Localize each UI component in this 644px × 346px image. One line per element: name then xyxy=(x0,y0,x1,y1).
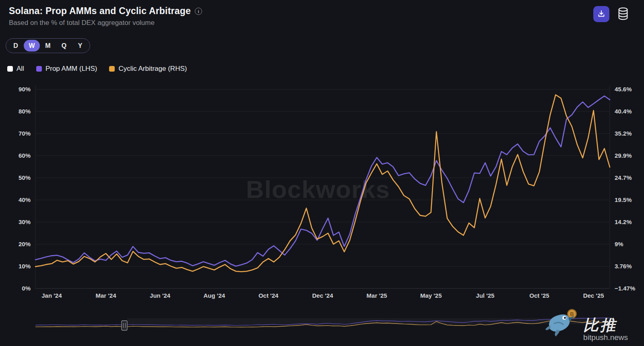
main-chart[interactable]: Blockworks90%80%70%60%50%40%30%20%10%0%4… xyxy=(0,0,644,346)
legend-item-prop-amm[interactable]: Prop AMM (LHS) xyxy=(36,65,97,73)
database-icon xyxy=(617,7,629,21)
svg-text:May '25: May '25 xyxy=(420,292,442,299)
data-source-button[interactable] xyxy=(615,6,631,22)
svg-text:Aug '24: Aug '24 xyxy=(204,292,225,299)
bitpush-name-cn: 比推 xyxy=(583,317,617,333)
svg-text:30%: 30% xyxy=(19,218,31,225)
range-option-m[interactable]: M xyxy=(40,40,56,51)
legend-item-cyclic-arb[interactable]: Cyclic Arbitrage (RHS) xyxy=(109,65,187,73)
download-icon xyxy=(597,9,606,19)
svg-text:20%: 20% xyxy=(19,241,31,247)
range-option-d[interactable]: D xyxy=(8,40,24,51)
legend-label: Cyclic Arbitrage (RHS) xyxy=(118,65,187,73)
svg-text:9%: 9% xyxy=(615,241,623,247)
legend-swatch-all xyxy=(7,66,13,72)
svg-text:Jun '24: Jun '24 xyxy=(150,292,171,299)
info-icon[interactable]: i xyxy=(195,8,202,15)
svg-text:Mar '25: Mar '25 xyxy=(367,292,387,299)
svg-text:29.9%: 29.9% xyxy=(615,152,632,159)
range-option-y[interactable]: Y xyxy=(72,40,88,51)
download-button[interactable] xyxy=(593,6,609,22)
svg-text:Dec '25: Dec '25 xyxy=(583,292,604,299)
svg-text:50%: 50% xyxy=(19,174,31,181)
svg-text:Mar '24: Mar '24 xyxy=(95,292,116,299)
svg-text:40.4%: 40.4% xyxy=(615,108,632,115)
svg-text:Jul '25: Jul '25 xyxy=(476,292,494,299)
svg-text:Jan '24: Jan '24 xyxy=(41,292,62,299)
legend-swatch-prop-amm xyxy=(36,66,42,72)
chart-legend: All Prop AMM (LHS) Cyclic Arbitrage (RHS… xyxy=(7,65,187,73)
chart-subtitle: Based on the % of total DEX aggregator v… xyxy=(9,19,155,27)
bitpush-bird-logo: B xyxy=(545,305,582,341)
svg-text:14.2%: 14.2% xyxy=(615,218,632,225)
svg-text:70%: 70% xyxy=(19,130,31,137)
svg-text:B: B xyxy=(570,311,574,317)
toolbar xyxy=(593,6,631,22)
svg-text:60%: 60% xyxy=(19,152,31,159)
legend-label: Prop AMM (LHS) xyxy=(45,65,97,73)
svg-text:Oct '25: Oct '25 xyxy=(529,292,549,299)
legend-swatch-cyclic-arb xyxy=(109,66,115,72)
bitpush-branding: B 比推 bitpush.news xyxy=(545,305,628,341)
svg-text:80%: 80% xyxy=(19,108,31,115)
header: Solana: Prop AMMs and Cyclic Arbitrage i xyxy=(9,6,202,16)
range-toggle: D W M Q Y xyxy=(6,38,90,53)
app-root: Blockworks90%80%70%60%50%40%30%20%10%0%4… xyxy=(0,0,644,346)
svg-text:24.7%: 24.7% xyxy=(615,174,632,181)
legend-label: All xyxy=(17,65,24,73)
bitpush-site: bitpush.news xyxy=(583,334,628,341)
svg-text:10%: 10% xyxy=(19,263,31,270)
svg-text:19.5%: 19.5% xyxy=(615,196,632,203)
svg-text:35.2%: 35.2% xyxy=(615,130,632,137)
navigator-drag-handle[interactable] xyxy=(122,321,127,330)
svg-text:Dec '24: Dec '24 xyxy=(312,292,334,299)
page-title: Solana: Prop AMMs and Cyclic Arbitrage xyxy=(9,6,191,16)
svg-text:40%: 40% xyxy=(19,196,31,203)
svg-text:3.76%: 3.76% xyxy=(615,263,632,270)
legend-item-all[interactable]: All xyxy=(7,65,24,73)
svg-text:Oct '24: Oct '24 xyxy=(258,292,279,299)
svg-text:−1.47%: −1.47% xyxy=(615,285,635,292)
range-option-q[interactable]: Q xyxy=(56,40,72,51)
svg-text:90%: 90% xyxy=(19,86,31,93)
svg-text:0%: 0% xyxy=(22,285,31,292)
range-option-w[interactable]: W xyxy=(24,40,40,51)
svg-text:45.6%: 45.6% xyxy=(615,86,632,93)
